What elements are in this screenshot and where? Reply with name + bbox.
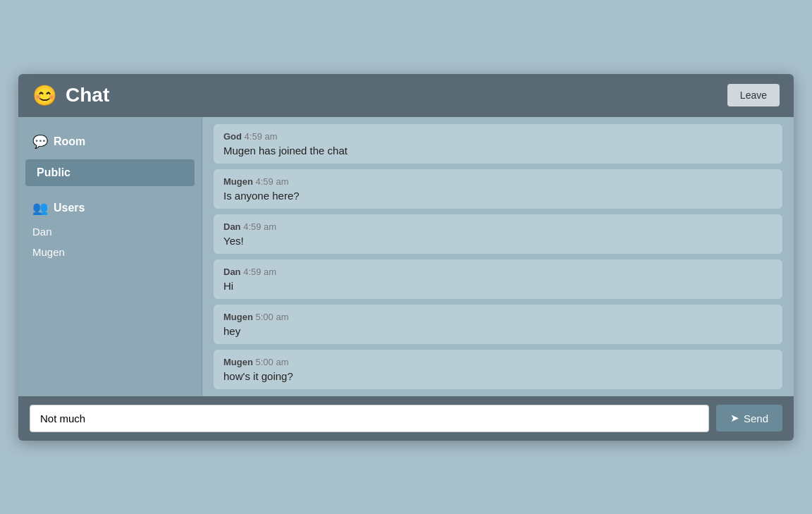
message-time: 5:00 am [256, 357, 289, 367]
app-window: 😊 Chat Leave 💬 Room Public 👥 Users Dan M… [18, 74, 794, 441]
message-text: hey [223, 325, 773, 337]
users-section-icon: 👥 [32, 200, 48, 216]
room-section-icon: 💬 [32, 134, 48, 149]
room-item-public[interactable]: Public [25, 159, 195, 186]
input-area: ➤ Send [18, 396, 794, 441]
main-body: 💬 Room Public 👥 Users Dan Mugen God 4:59… [18, 117, 794, 396]
chat-icon: 😊 [32, 84, 57, 107]
room-section-header: 💬 Room [18, 128, 202, 155]
message-author: Dan [223, 267, 243, 277]
header: 😊 Chat Leave [18, 74, 794, 117]
messages-container[interactable]: God 4:59 amMugen has joined the chatMuge… [202, 117, 794, 396]
send-icon: ➤ [730, 412, 739, 424]
message-bubble: Mugen 5:00 amhey [214, 305, 782, 344]
user-item-dan: Dan [18, 221, 202, 242]
sidebar: 💬 Room Public 👥 Users Dan Mugen [18, 117, 202, 396]
message-meta: God 4:59 am [223, 131, 773, 142]
message-text: Yes! [223, 235, 773, 247]
user-item-mugen: Mugen [18, 242, 202, 262]
message-bubble: Dan 4:59 amYes! [214, 214, 782, 254]
leave-button[interactable]: Leave [727, 84, 780, 106]
message-author: Dan [223, 221, 243, 232]
app-title: Chat [66, 84, 109, 106]
message-meta: Mugen 5:00 am [223, 357, 773, 367]
message-author: Mugen [223, 357, 256, 367]
message-text: how's it going? [223, 370, 773, 382]
message-time: 4:59 am [243, 267, 276, 277]
message-author: God [223, 131, 245, 142]
room-section-label: Room [54, 135, 85, 148]
message-author: Mugen [223, 312, 256, 322]
message-text: Is anyone here? [223, 190, 773, 202]
message-time: 5:00 am [256, 312, 289, 322]
message-author: Mugen [223, 176, 256, 187]
send-label: Send [744, 412, 768, 424]
message-meta: Mugen 5:00 am [223, 312, 773, 322]
message-meta: Dan 4:59 am [223, 221, 773, 232]
message-meta: Mugen 4:59 am [223, 176, 773, 187]
message-bubble: Mugen 4:59 amIs anyone here? [214, 169, 782, 209]
message-input[interactable] [30, 405, 709, 432]
chat-area: God 4:59 amMugen has joined the chatMuge… [202, 117, 794, 396]
users-section-header: 👥 Users [18, 195, 202, 221]
users-section-label: Users [54, 202, 85, 214]
message-time: 4:59 am [245, 131, 278, 142]
message-bubble: Dan 4:59 amHi [214, 259, 782, 299]
message-bubble: God 4:59 amMugen has joined the chat [214, 124, 782, 164]
header-left: 😊 Chat [32, 84, 109, 107]
message-time: 4:59 am [256, 176, 289, 187]
message-text: Hi [223, 280, 773, 292]
message-time: 4:59 am [243, 221, 276, 232]
message-text: Mugen has joined the chat [223, 145, 773, 157]
send-button[interactable]: ➤ Send [716, 405, 782, 432]
message-bubble: Mugen 5:00 amhow's it going? [214, 350, 782, 389]
message-meta: Dan 4:59 am [223, 267, 773, 277]
